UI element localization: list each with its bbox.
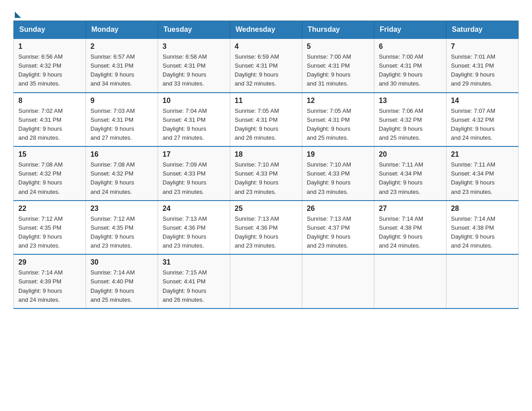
header-tuesday: Tuesday	[158, 21, 230, 39]
day-number: 16	[90, 150, 153, 158]
day-number: 29	[18, 258, 81, 266]
day-info: Sunrise: 7:01 AMSunset: 4:31 PMDaylight:…	[451, 53, 495, 87]
day-number: 11	[235, 97, 297, 105]
day-number: 10	[163, 97, 225, 105]
calendar-table: SundayMondayTuesdayWednesdayThursdayFrid…	[13, 21, 519, 309]
calendar-cell-w5-d0: 29 Sunrise: 7:14 AMSunset: 4:39 PMDaylig…	[14, 254, 86, 308]
day-number: 31	[163, 258, 225, 266]
day-number: 24	[163, 205, 225, 213]
calendar-cell-w3-d4: 19 Sunrise: 7:10 AMSunset: 4:33 PMDaylig…	[302, 146, 374, 201]
calendar-cell-w1-d2: 3 Sunrise: 6:58 AMSunset: 4:31 PMDayligh…	[158, 39, 230, 93]
day-number: 2	[90, 43, 153, 51]
day-info: Sunrise: 7:13 AMSunset: 4:36 PMDaylight:…	[163, 215, 207, 249]
day-info: Sunrise: 7:14 AMSunset: 4:40 PMDaylight:…	[90, 269, 135, 303]
day-number: 26	[307, 205, 369, 213]
calendar-cell-w1-d4: 5 Sunrise: 7:00 AMSunset: 4:31 PMDayligh…	[302, 39, 374, 93]
day-number: 20	[379, 150, 442, 158]
week-row-4: 22 Sunrise: 7:12 AMSunset: 4:35 PMDaylig…	[14, 201, 519, 255]
day-number: 13	[379, 97, 442, 105]
calendar-cell-w1-d0: 1 Sunrise: 6:56 AMSunset: 4:32 PMDayligh…	[14, 39, 86, 93]
day-info: Sunrise: 7:02 AMSunset: 4:31 PMDaylight:…	[18, 107, 63, 141]
day-info: Sunrise: 7:06 AMSunset: 4:32 PMDaylight:…	[379, 107, 423, 141]
calendar-cell-w3-d0: 15 Sunrise: 7:08 AMSunset: 4:32 PMDaylig…	[14, 146, 86, 201]
day-number: 27	[379, 205, 442, 213]
calendar-cell-w5-d6	[446, 254, 519, 308]
calendar-cell-w3-d6: 21 Sunrise: 7:11 AMSunset: 4:34 PMDaylig…	[446, 146, 519, 201]
day-info: Sunrise: 7:15 AMSunset: 4:41 PMDaylight:…	[163, 269, 207, 303]
calendar-cell-w2-d4: 12 Sunrise: 7:05 AMSunset: 4:31 PMDaylig…	[302, 93, 374, 147]
day-info: Sunrise: 7:11 AMSunset: 4:34 PMDaylight:…	[451, 161, 495, 195]
day-info: Sunrise: 7:10 AMSunset: 4:33 PMDaylight:…	[235, 161, 279, 195]
calendar-cell-w1-d5: 6 Sunrise: 7:00 AMSunset: 4:31 PMDayligh…	[374, 39, 446, 93]
calendar-cell-w4-d5: 27 Sunrise: 7:14 AMSunset: 4:38 PMDaylig…	[374, 201, 446, 255]
header-saturday: Saturday	[446, 21, 519, 39]
day-number: 9	[90, 97, 153, 105]
day-info: Sunrise: 7:05 AMSunset: 4:31 PMDaylight:…	[307, 107, 351, 141]
day-info: Sunrise: 7:14 AMSunset: 4:39 PMDaylight:…	[18, 269, 63, 303]
day-number: 22	[18, 205, 81, 213]
calendar-cell-w4-d4: 26 Sunrise: 7:13 AMSunset: 4:37 PMDaylig…	[302, 201, 374, 255]
logo-arrow-icon	[15, 12, 21, 18]
calendar-header-row: SundayMondayTuesdayWednesdayThursdayFrid…	[14, 21, 519, 39]
day-info: Sunrise: 7:11 AMSunset: 4:34 PMDaylight:…	[379, 161, 423, 195]
header-friday: Friday	[374, 21, 446, 39]
day-number: 25	[235, 205, 297, 213]
day-info: Sunrise: 7:14 AMSunset: 4:38 PMDaylight:…	[379, 215, 423, 249]
logo-top	[13, 9, 21, 18]
day-number: 23	[90, 205, 153, 213]
day-info: Sunrise: 7:10 AMSunset: 4:33 PMDaylight:…	[307, 161, 351, 195]
day-number: 5	[307, 43, 369, 51]
header-monday: Monday	[86, 21, 158, 39]
calendar-cell-w5-d3	[230, 254, 302, 308]
calendar-cell-w2-d5: 13 Sunrise: 7:06 AMSunset: 4:32 PMDaylig…	[374, 93, 446, 147]
calendar-cell-w3-d2: 17 Sunrise: 7:09 AMSunset: 4:33 PMDaylig…	[158, 146, 230, 201]
week-row-5: 29 Sunrise: 7:14 AMSunset: 4:39 PMDaylig…	[14, 254, 519, 308]
logo	[13, 9, 21, 16]
calendar-cell-w5-d5	[374, 254, 446, 308]
day-info: Sunrise: 7:07 AMSunset: 4:32 PMDaylight:…	[451, 107, 495, 141]
day-info: Sunrise: 7:00 AMSunset: 4:31 PMDaylight:…	[307, 53, 351, 87]
page-header	[13, 9, 519, 16]
day-info: Sunrise: 7:08 AMSunset: 4:32 PMDaylight:…	[90, 161, 135, 195]
calendar-cell-w4-d6: 28 Sunrise: 7:14 AMSunset: 4:38 PMDaylig…	[446, 201, 519, 255]
calendar-cell-w1-d1: 2 Sunrise: 6:57 AMSunset: 4:31 PMDayligh…	[86, 39, 158, 93]
calendar-cell-w3-d1: 16 Sunrise: 7:08 AMSunset: 4:32 PMDaylig…	[86, 146, 158, 201]
day-info: Sunrise: 7:00 AMSunset: 4:31 PMDaylight:…	[379, 53, 423, 87]
calendar-cell-w4-d1: 23 Sunrise: 7:12 AMSunset: 4:35 PMDaylig…	[86, 201, 158, 255]
calendar-cell-w1-d6: 7 Sunrise: 7:01 AMSunset: 4:31 PMDayligh…	[446, 39, 519, 93]
day-number: 4	[235, 43, 297, 51]
header-wednesday: Wednesday	[230, 21, 302, 39]
day-info: Sunrise: 6:58 AMSunset: 4:31 PMDaylight:…	[163, 53, 207, 87]
day-number: 19	[307, 150, 369, 158]
calendar-cell-w5-d1: 30 Sunrise: 7:14 AMSunset: 4:40 PMDaylig…	[86, 254, 158, 308]
calendar-cell-w2-d2: 10 Sunrise: 7:04 AMSunset: 4:31 PMDaylig…	[158, 93, 230, 147]
day-number: 6	[379, 43, 442, 51]
day-info: Sunrise: 6:59 AMSunset: 4:31 PMDaylight:…	[235, 53, 279, 87]
day-info: Sunrise: 7:13 AMSunset: 4:36 PMDaylight:…	[235, 215, 279, 249]
calendar-cell-w5-d4	[302, 254, 374, 308]
day-number: 7	[451, 43, 514, 51]
day-number: 17	[163, 150, 225, 158]
day-info: Sunrise: 7:03 AMSunset: 4:31 PMDaylight:…	[90, 107, 135, 141]
day-number: 15	[18, 150, 81, 158]
day-info: Sunrise: 7:12 AMSunset: 4:35 PMDaylight:…	[18, 215, 63, 249]
calendar-cell-w2-d3: 11 Sunrise: 7:05 AMSunset: 4:31 PMDaylig…	[230, 93, 302, 147]
calendar-cell-w1-d3: 4 Sunrise: 6:59 AMSunset: 4:31 PMDayligh…	[230, 39, 302, 93]
day-number: 1	[18, 43, 81, 51]
day-info: Sunrise: 6:57 AMSunset: 4:31 PMDaylight:…	[90, 53, 135, 87]
day-number: 28	[451, 205, 514, 213]
day-number: 30	[90, 258, 153, 266]
week-row-2: 8 Sunrise: 7:02 AMSunset: 4:31 PMDayligh…	[14, 93, 519, 147]
day-number: 21	[451, 150, 514, 158]
calendar-cell-w5-d2: 31 Sunrise: 7:15 AMSunset: 4:41 PMDaylig…	[158, 254, 230, 308]
calendar-cell-w3-d3: 18 Sunrise: 7:10 AMSunset: 4:33 PMDaylig…	[230, 146, 302, 201]
day-info: Sunrise: 7:12 AMSunset: 4:35 PMDaylight:…	[90, 215, 135, 249]
week-row-3: 15 Sunrise: 7:08 AMSunset: 4:32 PMDaylig…	[14, 146, 519, 201]
day-info: Sunrise: 6:56 AMSunset: 4:32 PMDaylight:…	[18, 53, 63, 87]
day-number: 14	[451, 97, 514, 105]
day-number: 18	[235, 150, 297, 158]
calendar-cell-w2-d6: 14 Sunrise: 7:07 AMSunset: 4:32 PMDaylig…	[446, 93, 519, 147]
header-sunday: Sunday	[14, 21, 86, 39]
calendar-cell-w4-d3: 25 Sunrise: 7:13 AMSunset: 4:36 PMDaylig…	[230, 201, 302, 255]
calendar-cell-w3-d5: 20 Sunrise: 7:11 AMSunset: 4:34 PMDaylig…	[374, 146, 446, 201]
